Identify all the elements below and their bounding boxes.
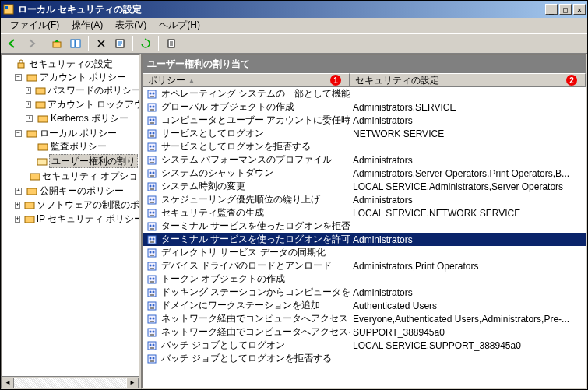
svg-rect-50 [150, 188, 154, 190]
svg-rect-94 [150, 334, 154, 336]
column-security[interactable]: セキュリティの設定 2 [350, 73, 586, 86]
list-row[interactable]: システム パフォーマンスのプロファイルAdministrators [143, 153, 586, 167]
maximize-button[interactable]: □ [559, 4, 572, 15]
policy-icon [146, 101, 158, 114]
svg-point-60 [150, 224, 152, 227]
list-row[interactable]: ドメインにワークステーションを追加Authenticated Users [143, 299, 586, 312]
svg-rect-26 [150, 109, 154, 111]
svg-point-57 [153, 211, 155, 213]
value-cell: LOCAL SERVICE,Administrators,Server Oper… [350, 181, 586, 192]
svg-point-28 [150, 118, 152, 121]
tree-account-policy[interactable]: − アカウント ポリシー [15, 71, 138, 83]
menu-help[interactable]: ヘルプ(H) [153, 17, 206, 33]
list-row[interactable]: オペレーティング システムの一部として機能 [143, 87, 586, 100]
menu-file[interactable]: ファイル(F) [4, 17, 65, 33]
show-hide-tree-button[interactable] [67, 35, 84, 52]
column-policy[interactable]: ポリシー ▲ 1 [143, 73, 350, 86]
list-row[interactable]: バッチ ジョブとしてログオンLOCAL SERVICE,SUPPORT_3889… [143, 339, 586, 352]
tree-root[interactable]: セキュリティの設定 [4, 58, 138, 70]
list-row[interactable]: デバイス ドライバのロードとアンロードAdministrators,Print … [143, 259, 586, 272]
list-row[interactable]: サービスとしてログオンを拒否する [143, 140, 586, 153]
svg-point-69 [153, 251, 155, 253]
list-row[interactable]: スケジューリング優先順位の繰り上げAdministrators [143, 193, 586, 206]
folder-icon [26, 184, 38, 197]
list-row[interactable]: グローバル オブジェクトの作成Administrators,SERVICE [143, 100, 586, 114]
properties-button[interactable] [111, 35, 129, 52]
folder-icon [37, 140, 49, 153]
list-row[interactable]: トークン オブジェクトの作成 [143, 272, 586, 286]
folder-icon [30, 170, 40, 182]
list-row[interactable]: ドッキング ステーションからコンピュータを削除Administrators [143, 286, 586, 299]
tree-public-key[interactable]: +公開キーのポリシー [15, 184, 138, 197]
policy-cell: セキュリティ監査の生成 [143, 206, 350, 220]
svg-point-84 [150, 304, 152, 306]
tree-lockout-policy[interactable]: +アカウント ロックアウト [26, 98, 138, 111]
svg-rect-54 [150, 202, 154, 203]
svg-point-81 [153, 290, 155, 293]
tree-user-rights[interactable]: ユーザー権利の割り [26, 154, 138, 168]
scroll-left-button[interactable]: ◄ [2, 378, 14, 388]
folder-icon [24, 213, 35, 225]
list-row[interactable]: システム時刻の変更LOCAL SERVICE,Administrators,Se… [143, 180, 586, 193]
delete-button[interactable] [93, 35, 110, 52]
list-row[interactable]: ネットワーク経由でコンピュータへアクセスEveryone,Authenticat… [143, 312, 586, 325]
policy-icon [146, 260, 158, 272]
folder-icon [37, 112, 49, 125]
svg-point-25 [153, 105, 155, 107]
tree-software-restriction[interactable]: +ソフトウェアの制限のポリシ [15, 199, 138, 211]
value-cell: LOCAL SERVICE,NETWORK SERVICE [350, 208, 586, 219]
svg-rect-62 [150, 228, 154, 230]
svg-point-65 [153, 237, 155, 240]
refresh-button[interactable] [137, 35, 154, 52]
list-row[interactable]: サービスとしてログオンNETWORK SERVICE [143, 127, 586, 140]
list-row[interactable]: システムのシャットダウンAdministrators,Server Operat… [143, 167, 586, 180]
forward-button[interactable] [23, 35, 40, 52]
value-cell: Administrators,Print Operators [350, 261, 586, 272]
list-row[interactable]: ネットワーク経由でコンピュータへアクセスを拒否するSUPPORT_388945a… [143, 325, 586, 339]
policy-cell: グローバル オブジェクトの作成 [143, 100, 350, 114]
up-button[interactable] [48, 35, 65, 52]
svg-rect-12 [27, 131, 37, 137]
svg-rect-2 [53, 42, 61, 47]
list-row[interactable]: ターミナル サービスを使ったログオンを拒否する [143, 220, 586, 233]
tree-scrollbar[interactable]: ◄ ► [2, 376, 139, 388]
value-cell: Administrators [350, 195, 586, 206]
list-row[interactable]: バッチ ジョブとしてログオンを拒否する [143, 352, 586, 365]
export-button[interactable] [163, 35, 180, 52]
tree-security-options[interactable]: セキュリティ オプショ [26, 170, 138, 182]
window-title: ローカル セキュリティの設定 [18, 3, 545, 16]
svg-rect-58 [150, 215, 154, 216]
close-button[interactable]: ✕ [573, 4, 586, 15]
scroll-right-button[interactable]: ► [126, 378, 139, 388]
list-row[interactable]: ディレクトリ サービス データの同期化 [143, 246, 586, 259]
policy-icon [146, 167, 158, 180]
security-icon [15, 58, 27, 70]
value-cell: Administrators,Server Operators,Print Op… [350, 168, 586, 179]
policy-cell: ネットワーク経由でコンピュータへアクセス [143, 312, 350, 325]
tree-ipsec[interactable]: +IP セキュリティ ポリシー ( [15, 213, 138, 225]
tree-kerberos-policy[interactable]: +Kerberos ポリシー [26, 112, 138, 125]
svg-point-68 [150, 251, 152, 253]
tree-password-policy[interactable]: +パスワードのポリシー [26, 84, 138, 97]
list-row[interactable]: コンピュータとユーザー アカウントに委任時の信頼を...Administrato… [143, 114, 586, 127]
tree-local-policy[interactable]: − ローカル ポリシー [15, 127, 138, 139]
svg-rect-8 [27, 75, 37, 81]
svg-point-20 [150, 92, 152, 94]
titlebar: ローカル セキュリティの設定 _ □ ✕ [1, 1, 587, 18]
back-button[interactable] [4, 35, 21, 52]
list-row[interactable]: ターミナル サービスを使ったログオンを許可するAdministrators [143, 233, 586, 246]
list-body[interactable]: オペレーティング システムの一部として機能グローバル オブジェクトの作成Admi… [143, 87, 586, 388]
menu-view[interactable]: 表示(V) [109, 17, 153, 33]
policy-cell: ターミナル サービスを使ったログオンを拒否する [143, 220, 350, 233]
tree-pane[interactable]: セキュリティの設定 − アカウント ポリシー +パスワードのポリシー +アカウ [1, 54, 141, 389]
list-row[interactable]: セキュリティ監査の生成LOCAL SERVICE,NETWORK SERVICE [143, 206, 586, 220]
policy-cell: サービスとしてログオンを拒否する [143, 140, 350, 153]
value-cell: SUPPORT_388945a0 [350, 327, 586, 338]
svg-point-37 [153, 145, 155, 147]
menu-action[interactable]: 操作(A) [65, 17, 109, 33]
policy-icon [146, 326, 158, 339]
list-pane: ユーザー権利の割り当て ポリシー ▲ 1 セキュリティの設定 2 オペレーティン… [141, 54, 587, 389]
tree-audit-policy[interactable]: 監査ポリシー [26, 140, 138, 153]
policy-cell: ネットワーク経由でコンピュータへアクセスを拒否する [143, 325, 350, 339]
minimize-button[interactable]: _ [545, 4, 558, 15]
